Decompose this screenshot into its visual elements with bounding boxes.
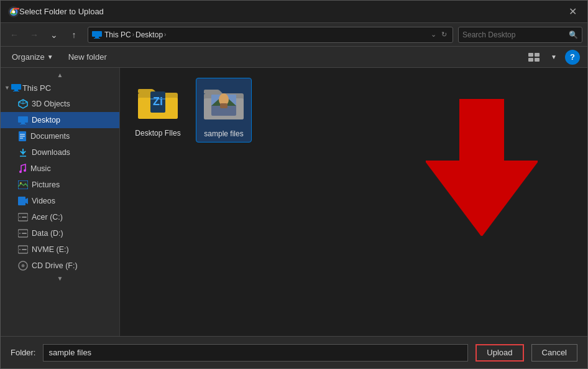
videos-icon bbox=[18, 197, 28, 205]
expand-chevron-icon: ▼ bbox=[4, 85, 10, 91]
title-bar: Select Folder to Upload ✕ bbox=[1, 1, 587, 23]
svg-rect-37 bbox=[22, 233, 27, 234]
svg-point-2 bbox=[12, 10, 16, 13]
forward-button[interactable]: → bbox=[25, 26, 43, 44]
svg-point-27 bbox=[24, 169, 26, 172]
up-button[interactable]: ↑ bbox=[65, 26, 83, 44]
svg-rect-4 bbox=[95, 37, 99, 38]
file-item-desktop-files[interactable]: Zi Desktop FIles bbox=[130, 78, 186, 142]
select-folder-dialog: Select Folder to Upload ✕ ← → ⌄ ↑ This P… bbox=[0, 0, 588, 369]
cancel-button[interactable]: Cancel bbox=[531, 344, 577, 362]
close-button[interactable]: ✕ bbox=[565, 4, 580, 19]
svg-rect-19 bbox=[20, 124, 26, 124]
new-folder-button[interactable]: New folder bbox=[65, 50, 111, 63]
file-item-sample-files[interactable]: sample files bbox=[196, 78, 252, 142]
svg-line-16 bbox=[23, 102, 27, 104]
sidebar-item-label: Videos bbox=[32, 197, 55, 205]
address-bar[interactable]: This PC › Desktop › ⌄ ↻ bbox=[88, 27, 453, 43]
svg-rect-7 bbox=[535, 53, 540, 57]
svg-line-15 bbox=[19, 102, 23, 104]
drive-icon bbox=[18, 213, 28, 222]
bottom-bar: Folder: Upload Cancel bbox=[1, 336, 587, 368]
sidebar-item-label: 3D Objects bbox=[32, 100, 70, 108]
svg-rect-6 bbox=[528, 53, 533, 57]
folder-input[interactable] bbox=[43, 344, 468, 362]
svg-rect-3 bbox=[92, 31, 102, 37]
download-icon bbox=[18, 147, 28, 157]
file-area: Zi Desktop FIles bbox=[120, 68, 587, 336]
document-icon bbox=[18, 131, 27, 141]
sidebar-item-music[interactable]: Music bbox=[1, 161, 119, 177]
scroll-down-indicator: ▼ bbox=[1, 274, 119, 283]
sidebar-item-nvme-e[interactable]: NVME (E:) bbox=[1, 241, 119, 258]
svg-marker-31 bbox=[25, 198, 28, 204]
view-dropdown-button[interactable]: ▼ bbox=[545, 49, 563, 66]
svg-text:Zi: Zi bbox=[153, 95, 163, 108]
svg-rect-40 bbox=[22, 249, 27, 250]
address-dropdown-icon[interactable]: ⌄ bbox=[429, 30, 438, 39]
help-button[interactable]: ? bbox=[565, 50, 580, 65]
sidebar-item-data-d[interactable]: Data (D:) bbox=[1, 225, 119, 241]
sidebar-item-videos[interactable]: Videos bbox=[1, 193, 119, 209]
svg-point-26 bbox=[19, 170, 22, 173]
upload-button[interactable]: Upload bbox=[475, 344, 523, 362]
svg-rect-5 bbox=[94, 38, 100, 39]
view-icon bbox=[528, 53, 540, 62]
back-button[interactable]: ← bbox=[6, 26, 23, 44]
file-item-label: sample files bbox=[204, 129, 243, 138]
svg-rect-30 bbox=[18, 197, 25, 205]
dropdown-button[interactable]: ⌄ bbox=[45, 26, 63, 44]
sidebar-item-label: Acer (C:) bbox=[32, 213, 63, 222]
sidebar-item-label: CD Drive (F:) bbox=[32, 261, 78, 270]
main-content: ▲ ▼ This PC bbox=[1, 68, 587, 336]
sidebar-item-label: Music bbox=[30, 164, 51, 173]
svg-point-39 bbox=[19, 249, 21, 250]
sidebar-item-cd-f[interactable]: CD Drive (F:) bbox=[1, 258, 119, 274]
search-bar: 🔍 bbox=[458, 27, 582, 43]
nvme-icon bbox=[18, 245, 28, 254]
organize-button[interactable]: Organize ▼ bbox=[8, 50, 57, 63]
svg-point-43 bbox=[22, 265, 24, 266]
svg-rect-9 bbox=[535, 58, 540, 62]
cd-icon bbox=[18, 261, 28, 271]
sidebar-item-label: This PC bbox=[22, 83, 51, 93]
svg-rect-8 bbox=[528, 58, 533, 62]
view-toggle-button[interactable] bbox=[525, 49, 543, 66]
sidebar-item-downloads[interactable]: Downloads bbox=[1, 144, 119, 161]
music-icon bbox=[18, 164, 27, 174]
file-item-label: Desktop FIles bbox=[135, 129, 180, 138]
organize-toolbar: Organize ▼ New folder ▼ ? bbox=[1, 47, 587, 68]
folder-icon-sample-files bbox=[202, 82, 246, 126]
drive-d-icon bbox=[18, 229, 28, 238]
file-grid: Zi Desktop FIles bbox=[130, 78, 577, 142]
svg-rect-11 bbox=[14, 90, 18, 91]
sidebar: ▲ ▼ This PC bbox=[1, 68, 120, 336]
svg-point-36 bbox=[19, 233, 21, 234]
svg-rect-55 bbox=[220, 103, 227, 108]
search-icon: 🔍 bbox=[569, 30, 578, 39]
pictures-icon bbox=[18, 180, 28, 189]
svg-rect-17 bbox=[18, 116, 28, 123]
sidebar-item-label: Downloads bbox=[32, 148, 70, 157]
sidebar-item-label: Documents bbox=[30, 132, 70, 141]
svg-rect-12 bbox=[13, 91, 19, 91]
search-input[interactable] bbox=[462, 30, 569, 39]
folder-icon-desktop-files: Zi bbox=[136, 82, 180, 125]
sidebar-item-documents[interactable]: Documents bbox=[1, 128, 119, 144]
sidebar-item-label: Pictures bbox=[32, 180, 60, 189]
dialog-title: Select Folder to Upload bbox=[19, 7, 565, 16]
sidebar-item-3d-objects[interactable]: 3D Objects bbox=[1, 96, 119, 112]
sidebar-item-desktop[interactable]: Desktop bbox=[1, 112, 119, 128]
chrome-icon bbox=[8, 6, 19, 17]
address-refresh-icon[interactable]: ↻ bbox=[439, 30, 449, 39]
sidebar-item-pictures[interactable]: Pictures bbox=[1, 177, 119, 193]
sidebar-item-label: Data (D:) bbox=[32, 229, 63, 238]
sidebar-item-acer-c[interactable]: Acer (C:) bbox=[1, 209, 119, 225]
svg-rect-18 bbox=[21, 123, 25, 124]
desktop-icon bbox=[18, 116, 28, 124]
pc-icon bbox=[11, 84, 21, 91]
sidebar-item-label: NVME (E:) bbox=[32, 245, 69, 254]
path-this-pc: This PC bbox=[104, 30, 131, 39]
sidebar-item-this-pc[interactable]: ▼ This PC bbox=[1, 80, 119, 96]
folder-label: Folder: bbox=[11, 348, 35, 357]
